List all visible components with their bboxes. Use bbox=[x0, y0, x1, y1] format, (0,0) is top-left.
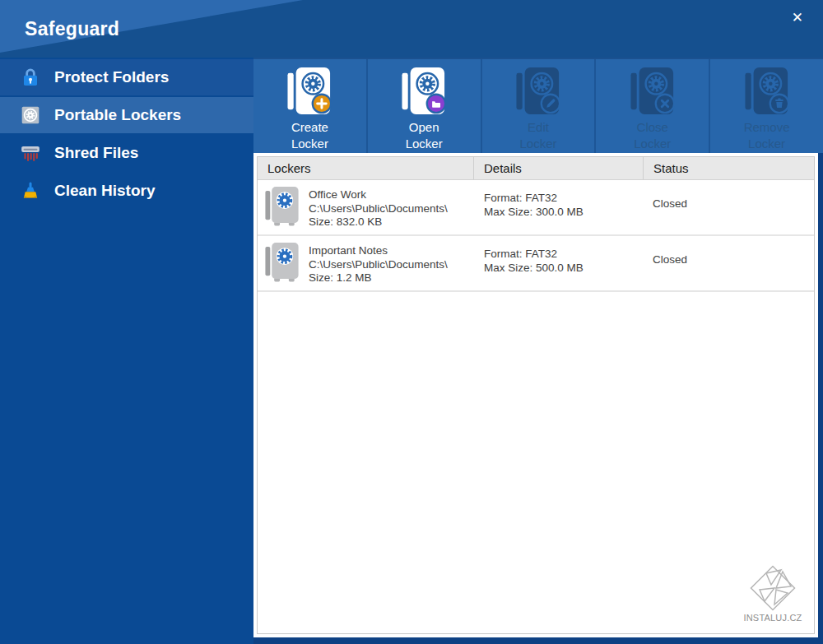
safe-close-icon bbox=[630, 67, 675, 116]
remove-locker-button[interactable]: Remove Locker bbox=[710, 59, 823, 153]
column-header-status[interactable]: Status bbox=[643, 157, 814, 179]
sidebar-item-clean-history[interactable]: Clean History bbox=[0, 173, 253, 209]
table-header: Lockers Details Status bbox=[258, 157, 814, 180]
table-empty-area: INSTALUJ.CZ bbox=[258, 292, 814, 633]
details-cell: Format: FAT32 Max Size: 300.0 MB bbox=[473, 180, 643, 234]
button-label-line: Locker bbox=[748, 136, 785, 152]
locker-size: Size: 1.2 MB bbox=[309, 271, 448, 285]
sidebar-item-shred-files[interactable]: Shred Files bbox=[0, 135, 253, 171]
open-locker-button[interactable]: Open Locker bbox=[368, 59, 482, 153]
button-label-line: Locker bbox=[519, 136, 556, 152]
lockers-table: Lockers Details Status bbox=[257, 156, 815, 634]
edit-locker-button[interactable]: Edit Locker bbox=[482, 59, 597, 153]
watermark: INSTALUJ.CZ bbox=[735, 564, 811, 623]
safe-open-icon bbox=[402, 67, 446, 116]
locker-max-size: Max Size: 500.0 MB bbox=[484, 261, 643, 275]
locker-path: C:\Users\Public\Documents\ bbox=[309, 258, 448, 272]
watermark-text: INSTALUJ.CZ bbox=[743, 613, 802, 623]
sidebar-item-label: Protect Folders bbox=[54, 68, 169, 86]
button-label-line: Open bbox=[409, 119, 439, 136]
button-label-line: Locker bbox=[291, 136, 328, 152]
lockers-panel: Lockers Details Status bbox=[253, 153, 818, 637]
table-row[interactable]: Office Work C:\Users\Public\Documents\ S… bbox=[258, 180, 814, 236]
locker-max-size: Max Size: 300.0 MB bbox=[484, 205, 643, 219]
status-cell: Closed bbox=[643, 236, 814, 290]
sidebar-item-protect-folders[interactable]: Protect Folders bbox=[0, 59, 253, 95]
portable-locker-icon bbox=[20, 104, 41, 126]
button-label-line: Close bbox=[637, 119, 668, 136]
create-locker-button[interactable]: Create Locker bbox=[253, 59, 368, 153]
status-cell: Closed bbox=[643, 180, 814, 234]
button-label-line: Locker bbox=[406, 136, 443, 152]
content-area: Create Locker Open Locker bbox=[253, 58, 823, 644]
column-header-details[interactable]: Details bbox=[473, 157, 643, 179]
locker-size: Size: 832.0 KB bbox=[309, 215, 448, 229]
locker-toolbar: Create Locker Open Locker bbox=[253, 58, 823, 153]
safe-remove-icon bbox=[745, 67, 789, 116]
sidebar-item-portable-lockers[interactable]: Portable Lockers bbox=[0, 97, 253, 133]
locker-format: Format: FAT32 bbox=[484, 191, 643, 205]
safe-edit-icon bbox=[516, 67, 560, 116]
button-label-line: Edit bbox=[528, 119, 549, 136]
button-label-line: Remove bbox=[744, 119, 790, 136]
app-title: Safeguard bbox=[25, 18, 119, 40]
sidebar: Protect Folders Portable Lockers bbox=[0, 58, 253, 644]
locker-path: C:\Users\Public\Documents\ bbox=[309, 202, 448, 216]
locker-name: Office Work bbox=[309, 188, 448, 202]
sidebar-item-label: Portable Lockers bbox=[54, 106, 181, 124]
column-header-lockers[interactable]: Lockers bbox=[258, 157, 473, 179]
close-button[interactable]: ✕ bbox=[788, 7, 807, 28]
close-locker-button[interactable]: Close Locker bbox=[596, 59, 710, 153]
window-body: Protect Folders Portable Lockers bbox=[0, 58, 823, 644]
button-label-line: Create bbox=[291, 119, 328, 136]
watermark-logo-icon bbox=[750, 564, 796, 612]
sidebar-item-label: Clean History bbox=[54, 182, 155, 200]
details-cell: Format: FAT32 Max Size: 500.0 MB bbox=[473, 236, 643, 290]
locker-safe-icon bbox=[264, 242, 300, 285]
locker-cell: Important Notes C:\Users\Public\Document… bbox=[258, 236, 473, 290]
status-value: Closed bbox=[653, 253, 687, 266]
safeguard-window: Safeguard ✕ Protect Folders bbox=[0, 0, 823, 644]
locker-format: Format: FAT32 bbox=[484, 247, 643, 261]
button-label-line: Locker bbox=[634, 136, 671, 152]
titlebar-accent-triangle bbox=[0, 0, 823, 58]
safe-plus-icon bbox=[287, 67, 332, 116]
status-value: Closed bbox=[653, 197, 687, 210]
lock-icon bbox=[20, 67, 41, 88]
titlebar: Safeguard ✕ bbox=[0, 0, 823, 58]
locker-safe-icon bbox=[264, 186, 300, 229]
locker-name: Important Notes bbox=[309, 244, 448, 258]
table-row[interactable]: Important Notes C:\Users\Public\Document… bbox=[258, 236, 814, 292]
locker-cell: Office Work C:\Users\Public\Documents\ S… bbox=[258, 180, 473, 234]
clean-brush-icon bbox=[20, 180, 41, 202]
shredder-icon bbox=[20, 142, 41, 164]
sidebar-item-label: Shred Files bbox=[54, 144, 138, 162]
